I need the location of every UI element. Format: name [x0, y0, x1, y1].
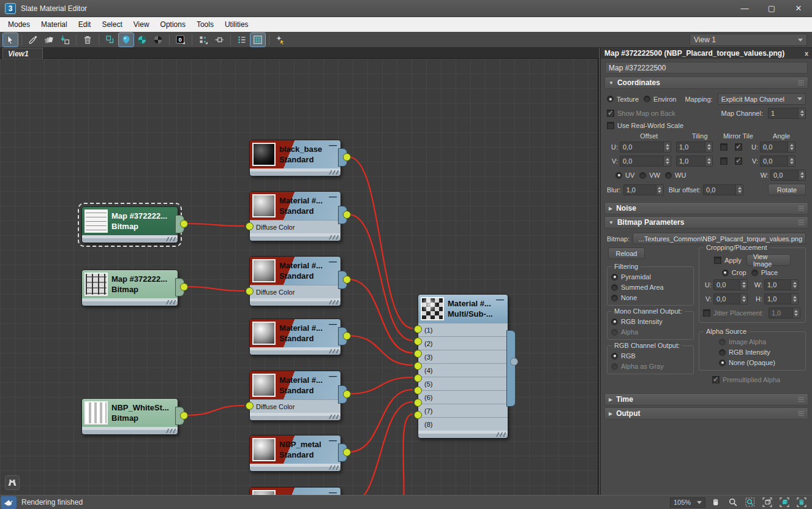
node-header[interactable]: Material #...Standard—	[250, 257, 340, 285]
close-button[interactable]: ✕	[785, 0, 812, 17]
node-graph-canvas[interactable]: Map #372222...BitmapMap #372222...Bitmap…	[0, 59, 599, 495]
input-slot-2[interactable]: (2)	[418, 336, 508, 350]
render-preview-button[interactable]	[273, 33, 288, 47]
menu-item-select[interactable]: Select	[96, 18, 127, 31]
spinner-arrows-icon[interactable]	[788, 142, 795, 152]
input-socket-5[interactable]	[414, 374, 422, 382]
tiling-v-spinner[interactable]: 1,0	[676, 156, 713, 167]
collapse-node-icon[interactable]: —	[329, 437, 337, 443]
connection-wire[interactable]	[348, 279, 413, 353]
input-socket-2[interactable]	[414, 337, 422, 345]
spinner-arrows-icon[interactable]	[798, 108, 805, 118]
maximize-button[interactable]: ▢	[758, 0, 785, 17]
put-material-to-scene-button[interactable]	[42, 33, 56, 47]
output-socket[interactable]	[180, 220, 188, 228]
resize-grip-icon[interactable]	[166, 300, 176, 304]
input-socket-3[interactable]	[414, 350, 422, 358]
spinner-arrows-icon[interactable]	[663, 156, 671, 166]
minimize-button[interactable]: —	[731, 0, 758, 17]
select-tool-button[interactable]	[3, 33, 18, 47]
zoom-region-button[interactable]	[743, 496, 757, 508]
zoom-level-dropdown[interactable]: 105%	[670, 497, 705, 508]
input-slot-diffuse-color[interactable]: Diffuse Color	[250, 220, 340, 233]
drag-grip-icon[interactable]	[798, 219, 804, 225]
connection-wire[interactable]	[348, 402, 413, 495]
collapse-node-icon[interactable]: —	[329, 489, 337, 495]
offset-u-spinner[interactable]: 0,0	[620, 141, 671, 153]
alpha-none-opaque-radio[interactable]	[719, 360, 726, 366]
collapse-node-icon[interactable]: —	[496, 296, 504, 303]
rollout-output-header[interactable]: ▶ Output	[604, 407, 808, 420]
input-socket-6[interactable]	[414, 386, 422, 394]
collapse-node-icon[interactable]: —	[329, 142, 337, 148]
angle-v-spinner[interactable]: 0,0	[760, 156, 795, 167]
place-radio[interactable]	[751, 270, 758, 276]
output-socket[interactable]	[180, 283, 188, 291]
material-preview-window-button[interactable]	[250, 33, 265, 47]
node-header[interactable]: black_baseStandard—	[250, 140, 340, 168]
pan-tool-button[interactable]	[709, 496, 723, 508]
bitmap-path-button[interactable]: ...Textures_Common\NBP_Placard_torque_va…	[633, 233, 806, 244]
output-socket[interactable]	[343, 276, 351, 284]
drag-grip-icon[interactable]	[798, 205, 804, 211]
connection-wire[interactable]	[348, 336, 413, 365]
filtering-none-radio[interactable]	[611, 295, 618, 301]
tile-u-checkbox[interactable]	[735, 143, 742, 151]
collapse-node-icon[interactable]: —	[329, 373, 337, 379]
graph-node-m7[interactable]: —	[249, 487, 341, 495]
graph-node-m1[interactable]: black_baseStandard—	[249, 140, 341, 176]
node-header[interactable]: Material #...Standard—	[250, 192, 340, 220]
mono-alpha-radio[interactable]	[611, 329, 618, 336]
crop-w-spinner[interactable]: 1,0	[764, 279, 799, 290]
spinner-arrows-icon[interactable]	[798, 170, 805, 180]
drag-grip-icon[interactable]	[798, 80, 804, 86]
input-slot-7[interactable]: (7)	[418, 404, 508, 417]
input-slot-1[interactable]: (1)	[418, 323, 508, 336]
pick-material-from-object-button[interactable]	[26, 33, 40, 47]
material-name-field[interactable]: Map #372222500	[605, 62, 808, 74]
rollout-coordinates-header[interactable]: ▼ Coordinates	[604, 77, 808, 89]
node-header[interactable]: NBP_metalStandard—	[250, 435, 340, 464]
apply-checkbox[interactable]	[714, 257, 721, 264]
drag-grip-icon[interactable]	[798, 410, 804, 417]
node-header[interactable]: Material #...Standard—	[250, 371, 340, 399]
spinner-arrows-icon[interactable]	[740, 294, 747, 304]
alpha-image-alpha-radio[interactable]	[719, 339, 726, 345]
blur-spinner[interactable]: 1,0	[623, 184, 664, 195]
input-socket-diffuse-color[interactable]	[246, 287, 254, 295]
connection-wire[interactable]	[348, 157, 413, 328]
show-shaded-material-in-viewport-button[interactable]	[119, 33, 133, 47]
input-slot-8[interactable]: (8)	[418, 417, 508, 431]
delete-selected-button[interactable]	[80, 33, 95, 47]
hide-unused-nodeslots-button[interactable]	[212, 33, 227, 47]
collapse-node-icon[interactable]: —	[329, 258, 337, 265]
texture-radio[interactable]	[607, 96, 614, 102]
angle-w-spinner[interactable]: 0,0	[770, 170, 806, 181]
show-standard-map-slots-button[interactable]	[196, 33, 211, 47]
input-slot-diffuse-color[interactable]: Diffuse Color	[250, 399, 340, 413]
resize-grip-icon[interactable]	[166, 429, 176, 433]
node-header[interactable]: Map #372222...Bitmap	[82, 270, 178, 298]
spinner-arrows-icon[interactable]	[663, 142, 671, 152]
spinner-arrows-icon[interactable]	[740, 280, 747, 290]
jitter-placement-checkbox[interactable]	[703, 309, 710, 317]
rgb-rgb-radio[interactable]	[611, 353, 618, 360]
spinner-arrows-icon[interactable]	[792, 308, 800, 318]
tab-view1[interactable]: View1	[2, 48, 43, 59]
material-id-channel-button[interactable]: 0	[173, 33, 188, 47]
input-socket-diffuse-color[interactable]	[246, 402, 254, 410]
graph-node-mapB[interactable]: Map #372222...Bitmap	[81, 270, 178, 306]
resize-grip-icon[interactable]	[166, 237, 176, 241]
panel-close-icon[interactable]: x	[805, 50, 808, 57]
spinner-arrows-icon[interactable]	[791, 280, 798, 290]
input-socket-4[interactable]	[414, 362, 422, 370]
navigator-button[interactable]	[5, 475, 20, 490]
rollout-noise-header[interactable]: ▶ Noise	[604, 202, 808, 214]
wu-radio[interactable]	[665, 172, 672, 179]
filtering-summed-area-radio[interactable]	[611, 284, 618, 291]
input-slot-4[interactable]: (4)	[418, 363, 508, 377]
collapse-node-icon[interactable]: —	[329, 194, 337, 200]
spinner-arrows-icon[interactable]	[735, 185, 743, 195]
render-status-button[interactable]	[1, 496, 17, 509]
resize-grip-icon[interactable]	[329, 235, 339, 239]
